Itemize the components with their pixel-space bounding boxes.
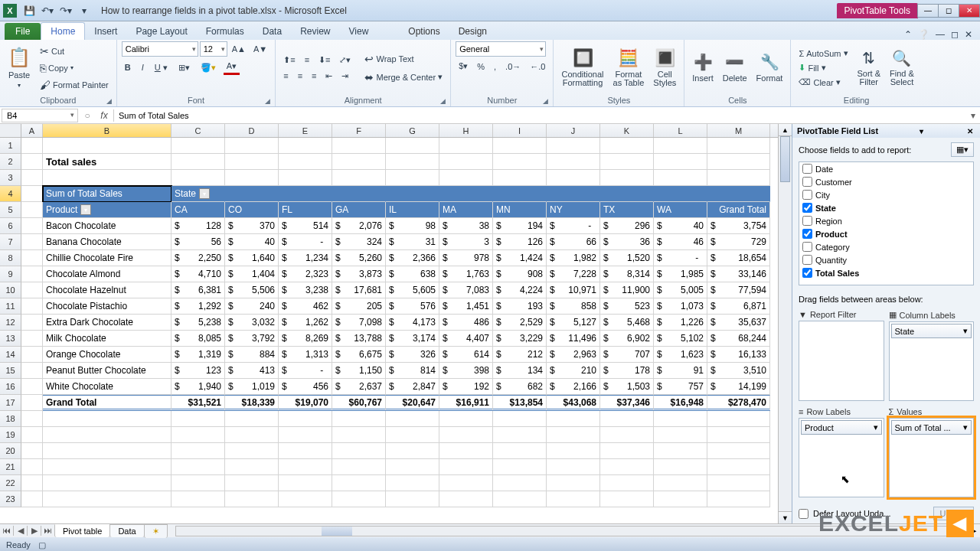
tab-design[interactable]: Design xyxy=(449,23,496,40)
cell[interactable]: $16,133 xyxy=(707,347,770,363)
field-checkbox[interactable] xyxy=(802,216,812,226)
cell[interactable]: $4,224 xyxy=(493,282,547,298)
row-header[interactable]: 22 xyxy=(0,475,21,491)
col-header[interactable]: K xyxy=(600,124,654,137)
cell[interactable] xyxy=(332,138,386,154)
qat-redo-icon[interactable]: ↷▾ xyxy=(57,2,75,19)
bold-button[interactable]: B xyxy=(122,60,134,75)
qat-undo-icon[interactable]: ↶▾ xyxy=(38,2,57,19)
cell[interactable] xyxy=(21,443,43,459)
name-box[interactable]: B4 xyxy=(2,109,78,122)
field-checkbox[interactable] xyxy=(802,229,812,239)
cell[interactable]: $5,260 xyxy=(332,250,386,266)
shrink-font-icon[interactable]: A▼ xyxy=(250,41,270,57)
cell[interactable]: $1,503 xyxy=(600,379,654,395)
cell[interactable] xyxy=(493,475,547,491)
cell[interactable] xyxy=(493,186,547,202)
field-product[interactable]: Product xyxy=(799,227,973,240)
cell[interactable] xyxy=(172,427,225,443)
cell[interactable]: $1,019 xyxy=(225,379,279,395)
cell[interactable]: $5,468 xyxy=(600,315,654,331)
cell[interactable] xyxy=(225,427,279,443)
cell[interactable] xyxy=(21,427,43,443)
cell[interactable] xyxy=(493,443,547,459)
cut-button[interactable]: ✂Cut xyxy=(37,44,112,59)
cell[interactable] xyxy=(43,170,172,186)
row-header[interactable]: 11 xyxy=(0,298,21,315)
cell[interactable] xyxy=(439,459,493,475)
cell[interactable] xyxy=(547,491,600,507)
cell[interactable]: Grand Total xyxy=(707,202,770,218)
cell[interactable]: Bacon Chocolate xyxy=(43,218,172,234)
row-header[interactable]: 23 xyxy=(0,491,21,507)
fill-button[interactable]: ⬇Fill▾ xyxy=(795,61,851,74)
maximize-button[interactable]: ◻ xyxy=(938,4,959,18)
cell[interactable]: $2,529 xyxy=(493,315,547,331)
font-name-combo[interactable]: Calibri xyxy=(122,41,198,57)
row-header[interactable]: 15 xyxy=(0,363,21,379)
column-labels-area[interactable]: State▾ xyxy=(889,321,975,401)
format-cells-button[interactable]: 🔧Format xyxy=(753,51,786,84)
cell[interactable] xyxy=(332,475,386,491)
cell[interactable]: $- xyxy=(547,218,600,234)
cell[interactable] xyxy=(225,475,279,491)
sheet-tab-data[interactable]: Data xyxy=(109,524,144,537)
cell[interactable]: White Chocolate xyxy=(43,379,172,395)
cell[interactable] xyxy=(707,411,770,427)
cell[interactable] xyxy=(279,138,332,154)
cell[interactable] xyxy=(386,427,439,443)
cell[interactable]: $3,754 xyxy=(707,218,770,234)
cell[interactable]: $707 xyxy=(600,347,654,363)
scroll-down-icon[interactable]: ▼ xyxy=(779,511,792,523)
cell[interactable]: $523 xyxy=(600,298,654,315)
cell[interactable]: $7,228 xyxy=(547,266,600,282)
cell[interactable] xyxy=(439,491,493,507)
cell[interactable]: MN xyxy=(493,202,547,218)
cell[interactable] xyxy=(172,475,225,491)
conditional-formatting-button[interactable]: 🔲Conditional Formatting xyxy=(558,47,606,89)
cell[interactable]: $757 xyxy=(654,379,707,395)
cell[interactable] xyxy=(547,154,600,170)
cell[interactable] xyxy=(654,411,707,427)
sheet-tab-pivot[interactable]: Pivot table xyxy=(54,524,110,537)
field-city[interactable]: City xyxy=(799,188,973,201)
row-header[interactable]: 13 xyxy=(0,331,21,347)
cell[interactable] xyxy=(547,427,600,443)
cell[interactable]: $18,339 xyxy=(225,395,279,411)
cell[interactable]: $576 xyxy=(386,298,439,315)
cell[interactable] xyxy=(279,475,332,491)
wrap-text-button[interactable]: ↩Wrap Text xyxy=(361,51,446,67)
tab-view[interactable]: View xyxy=(340,23,378,40)
workbook-close-icon[interactable]: ✕ xyxy=(965,29,972,40)
cell[interactable]: $462 xyxy=(279,298,332,315)
cell[interactable] xyxy=(707,154,770,170)
cell[interactable]: $2,847 xyxy=(386,379,439,395)
field-list-menu-icon[interactable]: ▾ xyxy=(917,127,926,135)
col-header[interactable]: I xyxy=(493,124,547,137)
cell[interactable]: $514 xyxy=(279,218,332,234)
cell[interactable] xyxy=(21,315,43,331)
row-header[interactable]: 21 xyxy=(0,459,21,475)
cell[interactable]: CA xyxy=(172,202,225,218)
cell[interactable] xyxy=(225,491,279,507)
cell[interactable]: $4,710 xyxy=(172,266,225,282)
sheet-nav-next-icon[interactable]: ▶ xyxy=(28,526,41,536)
row-header[interactable]: 18 xyxy=(0,411,21,427)
cell[interactable]: Chillie Chocolate Fire xyxy=(43,250,172,266)
col-header[interactable]: L xyxy=(654,124,707,137)
cell[interactable]: $2,250 xyxy=(172,250,225,266)
cell[interactable]: $37,346 xyxy=(600,395,654,411)
cell[interactable] xyxy=(225,154,279,170)
cell[interactable] xyxy=(332,491,386,507)
field-checkbox[interactable] xyxy=(802,255,812,265)
cell[interactable] xyxy=(547,443,600,459)
font-size-combo[interactable]: 12 xyxy=(200,41,227,57)
cell[interactable] xyxy=(707,459,770,475)
cell[interactable]: $128 xyxy=(172,218,225,234)
align-left-icon[interactable]: ≡ xyxy=(280,70,291,83)
cell[interactable]: $614 xyxy=(439,347,493,363)
cell[interactable]: $5,605 xyxy=(386,282,439,298)
cell[interactable] xyxy=(21,491,43,507)
cell[interactable]: $13,788 xyxy=(332,331,386,347)
cell[interactable]: $17,681 xyxy=(332,282,386,298)
